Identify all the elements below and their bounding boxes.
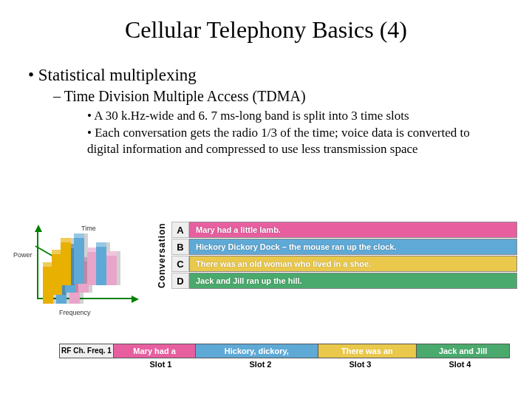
row-letter: A bbox=[171, 222, 189, 238]
axis-time-label: Time bbox=[81, 225, 96, 232]
slots-header: RF Ch. Freq. 1 bbox=[60, 344, 114, 358]
row-bar: There was an old woman who lived in a sh… bbox=[189, 256, 517, 272]
row-letter: B bbox=[171, 239, 189, 255]
slide-title: Cellular Telephony Basics (4) bbox=[0, 0, 532, 44]
slot-cell-2: Hickory, dickory, bbox=[196, 344, 318, 358]
row-bar: Mary had a little lamb. bbox=[189, 222, 517, 238]
bullet-l2: Time Division Multiple Access (TDMA) bbox=[53, 88, 532, 105]
slot-label-1: Slot 1 bbox=[111, 358, 211, 369]
row-letter: D bbox=[171, 273, 189, 289]
slide: Cellular Telephony Basics (4) Statistica… bbox=[0, 0, 532, 399]
bullet-l3a: A 30 k.Hz-wide and 6. 7 ms-long band is … bbox=[87, 108, 495, 123]
tdma-3d-diagram: Power Time Frequency bbox=[15, 222, 163, 318]
slot-labels: Slot 1 Slot 2 Slot 3 Slot 4 bbox=[111, 358, 510, 369]
slot-label-3: Slot 3 bbox=[310, 358, 410, 369]
conversation-row-c: C There was an old woman who lived in a … bbox=[171, 256, 517, 272]
row-letter: C bbox=[171, 256, 189, 272]
conversation-row-d: D Jack and Jill ran up the hill. bbox=[171, 273, 517, 289]
conversation-rows: Conversation A Mary had a little lamb. B… bbox=[171, 222, 517, 289]
slot-label-4: Slot 4 bbox=[410, 358, 510, 369]
slot-cell-3: There was an bbox=[318, 344, 417, 358]
slot-cell-1: Mary had a bbox=[114, 344, 196, 358]
bullet-l1: Statistical multiplexing bbox=[28, 66, 532, 85]
conversation-row-b: B Hickory Dickory Dock – the mouse ran u… bbox=[171, 239, 517, 255]
row-bar: Hickory Dickory Dock – the mouse ran up … bbox=[189, 239, 517, 255]
slot-label-2: Slot 2 bbox=[211, 358, 310, 369]
conversation-table: Conversation A Mary had a little lamb. B… bbox=[171, 222, 517, 318]
axis-frequency-label: Frequency bbox=[59, 309, 91, 316]
bullet-l3b: Each conversation gets the radio 1/3 of … bbox=[87, 125, 495, 157]
slots-table: RF Ch. Freq. 1 Mary had a Hickory, dicko… bbox=[59, 344, 510, 369]
axis-power-label: Power bbox=[13, 251, 33, 259]
figure-row: Power Time Frequency Conversation bbox=[15, 222, 517, 318]
conversation-row-a: A Mary had a little lamb. bbox=[171, 222, 517, 238]
conversation-side-label: Conversation bbox=[157, 222, 170, 290]
slot-cell-4: Jack and Jill bbox=[417, 344, 510, 358]
row-bar: Jack and Jill ran up the hill. bbox=[189, 273, 517, 289]
